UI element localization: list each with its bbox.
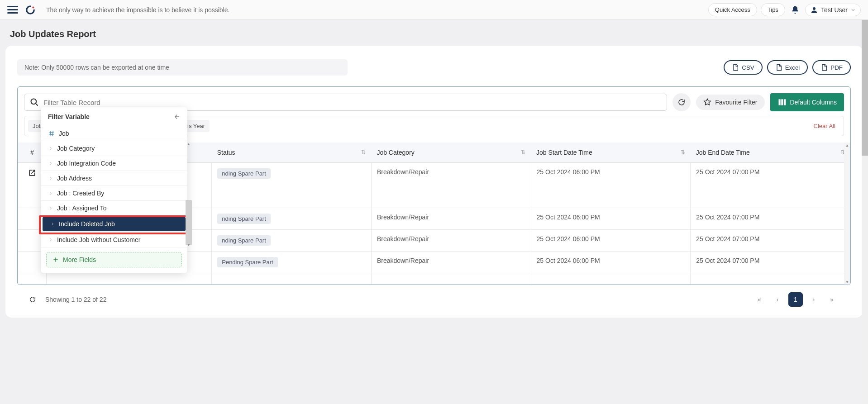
dropdown-group-job: Job [41, 126, 187, 141]
prev-page-button[interactable]: ‹ [770, 292, 785, 307]
column-header-job-end[interactable]: Job End Date Time⇅ [691, 143, 850, 163]
filter-bar: Job is Year Clear All Filter Variable Jo… [24, 116, 844, 136]
cell-end: 25 Oct 2024 07:00 PM [691, 252, 850, 273]
chevron-right-icon [48, 161, 53, 166]
status-badge: Pending Spare Part [217, 257, 277, 267]
hash-icon [48, 130, 55, 137]
cell-category: Breakdown/Repair [371, 230, 531, 252]
user-icon [810, 6, 818, 14]
clear-all-link[interactable]: Clear All [814, 123, 840, 129]
table-row[interactable] [18, 273, 850, 285]
file-excel-icon [775, 64, 782, 71]
export-pdf-button[interactable]: PDF [812, 60, 851, 75]
chevron-right-icon [48, 190, 53, 196]
sort-icon[interactable]: ⇅ [361, 149, 366, 155]
filter-option-job-category[interactable]: Job Category [41, 141, 187, 156]
app-logo-icon [25, 5, 35, 15]
export-note: Note: Only 50000 rows can be exported at… [17, 59, 348, 76]
favourite-filter-button[interactable]: Favourite Filter [696, 95, 764, 110]
last-page-button[interactable]: » [825, 292, 839, 307]
current-page[interactable]: 1 [788, 292, 803, 307]
svg-rect-6 [784, 99, 786, 105]
plus-icon [52, 256, 59, 263]
cell-category: Breakdown/Repair [371, 252, 531, 273]
dropdown-list: ▲ Job Category Job Integration Code Job … [41, 141, 187, 247]
chevron-right-icon [48, 146, 53, 151]
user-menu[interactable]: Test User [805, 4, 861, 16]
first-page-button[interactable]: « [752, 292, 767, 307]
next-page-button[interactable]: › [806, 292, 821, 307]
page-title: Job Updates Report [0, 20, 868, 46]
chevron-right-icon [50, 221, 55, 227]
column-header-job-start[interactable]: Job Start Date Time⇅ [531, 143, 691, 163]
chevron-right-icon [48, 176, 53, 181]
pagination-text: Showing 1 to 22 of 22 [45, 296, 106, 303]
svg-line-3 [36, 104, 38, 106]
filter-option-include-job-without-customer[interactable]: Include Job without Customer [41, 233, 187, 247]
back-arrow-icon[interactable] [172, 113, 180, 121]
svg-point-2 [31, 99, 37, 105]
svg-rect-5 [781, 99, 783, 105]
refresh-icon[interactable] [29, 296, 36, 303]
column-header-status[interactable]: Status⇅ [212, 143, 372, 163]
filter-option-job-integration-code[interactable]: Job Integration Code [41, 156, 187, 171]
report-card: Note: Only 50000 rows can be exported at… [5, 46, 863, 318]
quick-access-button[interactable]: Quick Access [708, 3, 757, 16]
svg-rect-4 [778, 99, 780, 105]
export-excel-button[interactable]: Excel [767, 60, 808, 75]
dropdown-header: Filter Variable [41, 107, 187, 126]
chevron-right-icon [48, 205, 53, 211]
svg-point-1 [813, 7, 816, 10]
search-input[interactable] [43, 99, 661, 106]
svg-point-0 [32, 6, 34, 8]
user-name: Test User [821, 6, 848, 14]
scroll-down-icon[interactable]: ▼ [186, 242, 192, 247]
status-badge: nding Spare Part [217, 235, 271, 246]
column-header-job-category[interactable]: Job Category⇅ [371, 143, 531, 163]
open-external-icon[interactable] [28, 168, 37, 177]
scroll-up-icon[interactable]: ▲ [186, 141, 192, 147]
sort-icon[interactable]: ⇅ [681, 149, 685, 155]
filter-option-include-deleted-job[interactable]: Include Deleted Job [43, 217, 186, 232]
cell-start: 25 Oct 2024 06:00 PM [531, 252, 691, 273]
chevron-right-icon [48, 237, 53, 242]
more-fields-button[interactable]: More Fields [46, 252, 182, 267]
search-icon [30, 98, 39, 107]
refresh-button[interactable] [672, 93, 691, 111]
page-nav: « ‹ 1 › » [752, 292, 839, 307]
file-pdf-icon [820, 64, 828, 71]
menu-button[interactable] [7, 5, 18, 15]
file-csv-icon [732, 64, 739, 71]
dropdown-scrollbar-thumb[interactable] [186, 200, 192, 245]
pagination-row: Showing 1 to 22 of 22 « ‹ 1 › » [17, 285, 851, 309]
filter-option-job-assigned-to[interactable]: Job : Assigned To [41, 201, 187, 216]
cell-category: Breakdown/Repair [371, 163, 531, 208]
cell-category: Breakdown/Repair [371, 208, 531, 230]
scrollbar-thumb[interactable] [862, 20, 868, 156]
cell-start: 25 Oct 2024 06:00 PM [531, 208, 691, 230]
window-vertical-scrollbar[interactable] [862, 20, 868, 323]
export-csv-button[interactable]: CSV [724, 60, 762, 75]
cell-end: 25 Oct 2024 07:00 PM [691, 163, 850, 208]
sort-icon[interactable]: ⇅ [521, 149, 525, 155]
tips-button[interactable]: Tips [761, 3, 785, 16]
star-icon [703, 98, 711, 106]
status-badge: nding Spare Part [217, 214, 271, 224]
table-container: Favourite Filter Default Columns Job is … [17, 86, 851, 285]
status-badge: nding Spare Part [217, 168, 271, 179]
cell-end: 25 Oct 2024 07:00 PM [691, 208, 850, 230]
columns-icon [777, 98, 787, 107]
filter-option-job-created-by[interactable]: Job : Created By [41, 186, 187, 201]
default-columns-button[interactable]: Default Columns [770, 93, 844, 111]
tagline-text: The only way to achieve the impossible i… [46, 6, 229, 14]
filter-variable-dropdown: Filter Variable Job ▲ Job Category [41, 107, 187, 273]
top-header: The only way to achieve the impossible i… [0, 0, 868, 20]
filter-option-job-address[interactable]: Job Address [41, 171, 187, 186]
cell-end: 25 Oct 2024 07:00 PM [691, 230, 850, 252]
cell-start: 25 Oct 2024 06:00 PM [531, 163, 691, 208]
cell-start: 25 Oct 2024 06:00 PM [531, 230, 691, 252]
note-row: Note: Only 50000 rows can be exported at… [17, 59, 851, 76]
bell-icon[interactable] [791, 5, 800, 14]
table-vertical-scrollbar[interactable]: ▲ ▼ [844, 143, 850, 285]
chevron-down-icon [850, 7, 856, 13]
